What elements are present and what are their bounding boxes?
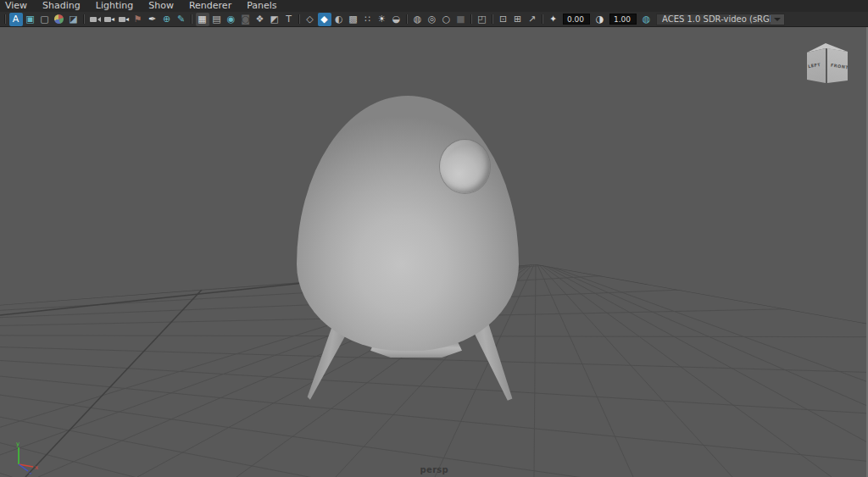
xray-joints-icon[interactable]: ⊞ (511, 13, 525, 26)
axis-y-label: y (16, 441, 19, 447)
fullscreen-gate-icon[interactable]: ↗ (526, 13, 539, 26)
image-plane-icon[interactable]: ◪ (67, 13, 81, 26)
isolate-select-icon[interactable]: ◰ (476, 13, 489, 26)
film-gate-icon[interactable]: ▤ (210, 13, 224, 26)
toolbar-separator (492, 14, 493, 24)
view-transform-dropdown[interactable]: ACES 1.0 SDR-video (sRGB) (656, 14, 785, 25)
exposure-icon[interactable]: ✦ (547, 13, 560, 26)
toolbar-separator (191, 14, 192, 24)
depth-of-field-icon[interactable]: ■ (454, 13, 468, 26)
wireframe-icon[interactable]: ◇ (303, 13, 317, 26)
color-wheel-icon[interactable] (53, 13, 66, 26)
menu-show[interactable]: Show (141, 0, 181, 12)
anti-aliasing-icon[interactable]: ○ (440, 13, 453, 26)
axis-x-label: x (35, 464, 38, 471)
maya-viewport-window: { "menu_bar": { "items": ["View", "Shadi… (0, 0, 868, 477)
menu-renderer[interactable]: Renderer (181, 0, 239, 12)
motion-blur-icon[interactable]: ◎ (426, 13, 439, 26)
view-cube[interactable]: LEFT FRONT (800, 42, 853, 86)
gamma-field[interactable]: 1.00 (609, 14, 637, 25)
menu-view[interactable]: View (0, 0, 35, 12)
pan-zoom-icon[interactable]: ⊕ (160, 13, 174, 26)
resolution-gate-icon[interactable]: ◉ (225, 13, 238, 26)
safe-action-icon[interactable]: ◩ (268, 13, 281, 26)
lasso-select-icon[interactable]: ▢ (38, 13, 52, 26)
axis-gizmo: y x z (5, 439, 42, 474)
camera-lock-icon[interactable]: ◂ (103, 13, 116, 26)
wireframe-on-shaded-icon[interactable]: ◐ (332, 13, 346, 26)
toolbar-separator (298, 14, 300, 24)
menu-panels[interactable]: Panels (239, 0, 284, 12)
a-select-tool-icon[interactable]: A (9, 13, 23, 26)
toolbar-separator (83, 14, 85, 24)
bookmark-icon[interactable]: ⚑ (131, 13, 145, 26)
field-chart-icon[interactable]: ❖ (253, 13, 267, 26)
xray-icon[interactable]: ⊡ (497, 13, 510, 26)
rocket-porthole[interactable] (440, 140, 490, 193)
textured-icon[interactable]: ▩ (347, 13, 360, 26)
viewport-3d[interactable]: LEFT FRONT y x z persp (0, 27, 868, 477)
panel-toolbar: A▣▢◪◂◂⚑✒⊕✎▦▤◉◙❖◩T◇◆◐▩∷☀◒◍◎○■◰⊡⊞↗✦0.00◑1.… (0, 12, 868, 27)
camera-icon[interactable] (88, 13, 102, 26)
view-transform-value: ACES 1.0 SDR-video (sRGB) (662, 14, 779, 24)
toolbar-separator (542, 14, 543, 24)
marquee-select-icon[interactable]: ▣ (24, 13, 37, 26)
shadows-icon[interactable]: ◒ (390, 13, 403, 26)
smooth-shade-icon[interactable]: ◆ (318, 13, 331, 26)
lighting-icon[interactable]: ☀ (376, 13, 389, 26)
grease-pencil-icon[interactable]: ✎ (175, 13, 188, 26)
ink-pen-icon[interactable]: ✒ (146, 13, 159, 26)
use-default-material-icon[interactable]: ∷ (361, 13, 375, 26)
grid-toggle-icon[interactable]: ▦ (196, 13, 209, 26)
camera-name-label: persp (420, 465, 448, 474)
ssao-icon[interactable]: ◍ (411, 13, 425, 26)
menu-shading[interactable]: Shading (35, 0, 88, 12)
toolbar-separator (470, 14, 472, 24)
menu-lighting[interactable]: Lighting (88, 0, 141, 12)
panel-menu-bar: ViewShadingLightingShowRendererPanels (0, 0, 868, 12)
color-management-icon[interactable]: ◍ (640, 13, 654, 26)
gamma-icon[interactable]: ◑ (593, 13, 607, 26)
axis-z-label: z (29, 471, 32, 474)
exposure-field[interactable]: 0.00 (563, 14, 590, 25)
toolbar-separator (4, 14, 6, 24)
toolbar-separator (406, 14, 408, 24)
gate-mask-icon[interactable]: ◙ (239, 13, 253, 26)
dropdown-arrow-icon[interactable] (771, 14, 784, 25)
safe-title-icon[interactable]: T (282, 13, 296, 26)
camera-attributes-icon[interactable]: ◂ (117, 13, 131, 26)
